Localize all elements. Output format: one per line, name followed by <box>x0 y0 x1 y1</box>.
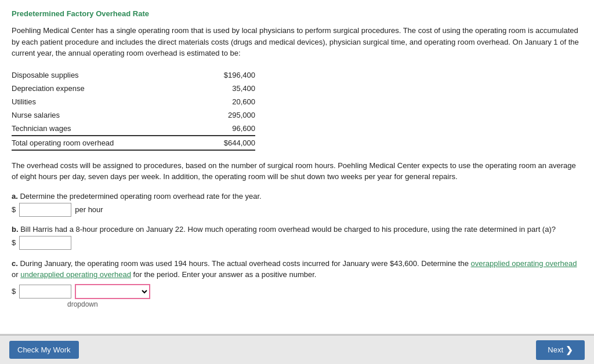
question-a-letter: a. <box>12 192 18 201</box>
question-c-dropdown-row: $ overapplied underapplied <box>12 284 582 299</box>
question-a-per-hour: per hour <box>75 205 103 214</box>
cost-row-technician: Technician wages 96,600 <box>12 122 255 135</box>
question-a-header: a. Determine the predetermined operating… <box>12 192 582 201</box>
cost-row-utilities: Utilities 20,600 <box>12 95 255 108</box>
cost-row-nurse: Nurse salaries 295,000 <box>12 108 255 122</box>
next-label: Next <box>548 345 563 354</box>
cost-label-utilities: Utilities <box>12 97 197 106</box>
question-c-letter: c. <box>12 259 18 268</box>
cost-amount-utilities: 20,600 <box>197 97 255 106</box>
cost-table: Disposable supplies $196,400 Depreciatio… <box>12 68 255 151</box>
question-c-dollar: $ <box>12 287 16 296</box>
question-c-section: c. During January, the operating room wa… <box>12 258 582 308</box>
question-c-select[interactable]: overapplied underapplied <box>75 284 150 299</box>
underapplied-link[interactable]: underapplied operating overhead <box>20 270 131 279</box>
cost-label-technician: Technician wages <box>12 124 197 133</box>
question-a-input-row: $ per hour <box>12 203 582 217</box>
overhead-text: The overhead costs will be assigned to p… <box>12 160 582 183</box>
check-my-work-button[interactable]: Check My Work <box>9 341 79 359</box>
cost-label-total: Total operating room overhead <box>12 139 197 147</box>
question-c-header: c. During January, the operating room wa… <box>12 258 582 281</box>
next-chevron-icon: ❯ <box>566 345 573 355</box>
question-b-input-row: $ <box>12 236 582 250</box>
cost-row-total: Total operating room overhead $644,000 <box>12 135 255 151</box>
question-b-letter: b. <box>12 225 19 234</box>
cost-amount-disposable: $196,400 <box>197 71 255 79</box>
question-a-input[interactable] <box>19 203 71 217</box>
question-b-input[interactable] <box>19 236 71 250</box>
cost-label-nurse: Nurse salaries <box>12 111 197 119</box>
question-c-text-before: During January, the operating room was u… <box>20 259 470 268</box>
question-b-dollar: $ <box>12 238 16 247</box>
cost-amount-depreciation: 35,400 <box>197 84 255 93</box>
question-b-text: Bill Harris had a 8-hour procedure on Ja… <box>20 225 556 234</box>
question-c-text-mid: or <box>12 270 20 279</box>
dropdown-label: dropdown <box>67 300 582 308</box>
question-a-dollar: $ <box>12 205 16 214</box>
cost-amount-technician: 96,600 <box>197 124 255 133</box>
cost-row-disposable: Disposable supplies $196,400 <box>12 68 255 82</box>
cost-amount-nurse: 295,000 <box>197 111 255 119</box>
question-b-header: b. Bill Harris had a 8-hour procedure on… <box>12 225 582 234</box>
question-c-text-after: for the period. Enter your answer as a p… <box>131 270 316 279</box>
page-title: Predetermined Factory Overhead Rate <box>12 9 582 18</box>
question-a-text: Determine the predetermined operating ro… <box>20 192 261 201</box>
question-a-section: a. Determine the predetermined operating… <box>12 192 582 217</box>
next-button[interactable]: Next ❯ <box>536 340 585 360</box>
cost-label-depreciation: Depreciation expense <box>12 84 197 93</box>
cost-label-disposable: Disposable supplies <box>12 71 197 79</box>
cost-amount-total: $644,000 <box>197 139 255 147</box>
question-c-input[interactable] <box>19 285 71 299</box>
overapplied-link[interactable]: overapplied operating overhead <box>471 259 577 268</box>
description: Poehling Medical Center has a single ope… <box>12 25 582 59</box>
footer: Check My Work Next ❯ <box>0 335 594 364</box>
main-content: Predetermined Factory Overhead Rate Poeh… <box>0 0 594 335</box>
cost-row-depreciation: Depreciation expense 35,400 <box>12 82 255 95</box>
question-b-section: b. Bill Harris had a 8-hour procedure on… <box>12 225 582 250</box>
